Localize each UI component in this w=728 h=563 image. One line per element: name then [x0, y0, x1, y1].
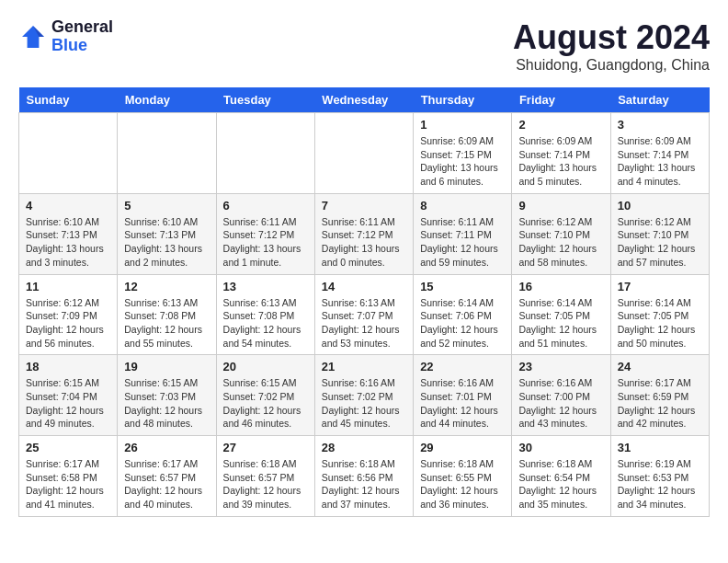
day-number: 27 [223, 441, 308, 454]
day-info: Sunrise: 6:18 AM Sunset: 6:55 PM Dayligh… [420, 457, 505, 511]
calendar-cell: 10Sunrise: 6:12 AM Sunset: 7:10 PM Dayli… [610, 193, 709, 274]
day-info: Sunrise: 6:12 AM Sunset: 7:09 PM Dayligh… [26, 296, 110, 350]
calendar-cell: 9Sunrise: 6:12 AM Sunset: 7:10 PM Daylig… [512, 193, 610, 274]
day-number: 3 [618, 118, 702, 132]
day-info: Sunrise: 6:11 AM Sunset: 7:12 PM Dayligh… [322, 215, 406, 270]
day-info: Sunrise: 6:17 AM Sunset: 6:57 PM Dayligh… [124, 457, 209, 511]
calendar-cell [314, 113, 413, 194]
day-number: 28 [322, 441, 406, 454]
calendar-cell: 21Sunrise: 6:16 AM Sunset: 7:02 PM Dayli… [314, 355, 413, 436]
day-info: Sunrise: 6:14 AM Sunset: 7:05 PM Dayligh… [618, 296, 702, 350]
day-info: Sunrise: 6:09 AM Sunset: 7:14 PM Dayligh… [518, 134, 603, 189]
day-number: 22 [420, 360, 505, 373]
calendar-cell: 22Sunrise: 6:16 AM Sunset: 7:01 PM Dayli… [414, 355, 512, 436]
calendar-cell: 4Sunrise: 6:10 AM Sunset: 7:13 PM Daylig… [19, 193, 118, 274]
day-number: 24 [618, 360, 702, 373]
calendar-cell: 8Sunrise: 6:11 AM Sunset: 7:11 PM Daylig… [414, 193, 512, 274]
calendar-cell: 26Sunrise: 6:17 AM Sunset: 6:57 PM Dayli… [118, 436, 216, 517]
day-number: 7 [322, 199, 406, 213]
calendar-week-row: 25Sunrise: 6:17 AM Sunset: 6:58 PM Dayli… [19, 436, 710, 517]
calendar-week-row: 4Sunrise: 6:10 AM Sunset: 7:13 PM Daylig… [19, 193, 710, 274]
day-info: Sunrise: 6:15 AM Sunset: 7:03 PM Dayligh… [124, 376, 209, 431]
day-number: 21 [322, 360, 406, 373]
day-info: Sunrise: 6:14 AM Sunset: 7:05 PM Dayligh… [518, 296, 603, 350]
calendar-cell: 20Sunrise: 6:15 AM Sunset: 7:02 PM Dayli… [216, 355, 314, 436]
calendar-cell [216, 113, 314, 194]
month-year-title: August 2024 [513, 18, 710, 57]
day-number: 6 [223, 199, 308, 213]
day-number: 17 [618, 280, 702, 293]
day-number: 9 [518, 199, 603, 213]
day-info: Sunrise: 6:16 AM Sunset: 7:00 PM Dayligh… [518, 376, 603, 431]
calendar-cell: 18Sunrise: 6:15 AM Sunset: 7:04 PM Dayli… [19, 355, 118, 436]
day-number: 8 [420, 199, 505, 213]
logo: General Blue [18, 18, 113, 55]
day-number: 5 [124, 199, 209, 213]
calendar-week-row: 18Sunrise: 6:15 AM Sunset: 7:04 PM Dayli… [19, 355, 710, 436]
day-info: Sunrise: 6:15 AM Sunset: 7:04 PM Dayligh… [26, 376, 110, 431]
title-block: August 2024 Shuidong, Guangdong, China [513, 18, 710, 74]
day-number: 18 [26, 360, 110, 373]
day-info: Sunrise: 6:11 AM Sunset: 7:11 PM Dayligh… [420, 215, 505, 270]
calendar-cell: 16Sunrise: 6:14 AM Sunset: 7:05 PM Dayli… [512, 274, 610, 355]
day-info: Sunrise: 6:09 AM Sunset: 7:15 PM Dayligh… [420, 134, 505, 189]
calendar-week-row: 11Sunrise: 6:12 AM Sunset: 7:09 PM Dayli… [19, 274, 710, 355]
weekday-header: Thursday [414, 87, 512, 113]
calendar-cell: 5Sunrise: 6:10 AM Sunset: 7:13 PM Daylig… [118, 193, 216, 274]
day-info: Sunrise: 6:18 AM Sunset: 6:54 PM Dayligh… [518, 457, 603, 511]
day-number: 1 [420, 118, 505, 132]
day-number: 29 [420, 441, 505, 454]
day-info: Sunrise: 6:17 AM Sunset: 6:58 PM Dayligh… [26, 457, 110, 511]
calendar-cell: 28Sunrise: 6:18 AM Sunset: 6:56 PM Dayli… [314, 436, 413, 517]
day-number: 26 [124, 441, 209, 454]
day-info: Sunrise: 6:09 AM Sunset: 7:14 PM Dayligh… [618, 134, 702, 189]
day-info: Sunrise: 6:10 AM Sunset: 7:13 PM Dayligh… [124, 215, 209, 270]
calendar-cell: 23Sunrise: 6:16 AM Sunset: 7:00 PM Dayli… [512, 355, 610, 436]
calendar-cell: 2Sunrise: 6:09 AM Sunset: 7:14 PM Daylig… [512, 113, 610, 194]
day-info: Sunrise: 6:14 AM Sunset: 7:06 PM Dayligh… [420, 296, 505, 350]
location-subtitle: Shuidong, Guangdong, China [513, 57, 710, 74]
day-info: Sunrise: 6:15 AM Sunset: 7:02 PM Dayligh… [223, 376, 308, 431]
calendar-cell: 14Sunrise: 6:13 AM Sunset: 7:07 PM Dayli… [314, 274, 413, 355]
calendar-cell: 30Sunrise: 6:18 AM Sunset: 6:54 PM Dayli… [512, 436, 610, 517]
logo-text: General Blue [51, 18, 113, 55]
calendar-week-row: 1Sunrise: 6:09 AM Sunset: 7:15 PM Daylig… [19, 113, 710, 194]
calendar-cell: 1Sunrise: 6:09 AM Sunset: 7:15 PM Daylig… [414, 113, 512, 194]
calendar-cell: 11Sunrise: 6:12 AM Sunset: 7:09 PM Dayli… [19, 274, 118, 355]
day-info: Sunrise: 6:17 AM Sunset: 6:59 PM Dayligh… [618, 376, 702, 431]
page-header: General Blue August 2024 Shuidong, Guang… [18, 18, 710, 74]
day-info: Sunrise: 6:19 AM Sunset: 6:53 PM Dayligh… [618, 457, 702, 511]
day-info: Sunrise: 6:18 AM Sunset: 6:56 PM Dayligh… [322, 457, 406, 511]
calendar-cell: 3Sunrise: 6:09 AM Sunset: 7:14 PM Daylig… [610, 113, 709, 194]
calendar-cell: 12Sunrise: 6:13 AM Sunset: 7:08 PM Dayli… [118, 274, 216, 355]
day-info: Sunrise: 6:12 AM Sunset: 7:10 PM Dayligh… [518, 215, 603, 270]
day-info: Sunrise: 6:13 AM Sunset: 7:07 PM Dayligh… [322, 296, 406, 350]
day-number: 16 [518, 280, 603, 293]
day-info: Sunrise: 6:10 AM Sunset: 7:13 PM Dayligh… [26, 215, 110, 270]
weekday-header: Saturday [610, 87, 709, 113]
day-info: Sunrise: 6:13 AM Sunset: 7:08 PM Dayligh… [124, 296, 209, 350]
day-number: 4 [26, 199, 110, 213]
weekday-header: Monday [118, 87, 216, 113]
weekday-header: Tuesday [216, 87, 314, 113]
calendar-cell: 6Sunrise: 6:11 AM Sunset: 7:12 PM Daylig… [216, 193, 314, 274]
calendar-cell: 31Sunrise: 6:19 AM Sunset: 6:53 PM Dayli… [610, 436, 709, 517]
calendar-cell [19, 113, 118, 194]
day-number: 10 [618, 199, 702, 213]
day-number: 12 [124, 280, 209, 293]
day-info: Sunrise: 6:18 AM Sunset: 6:57 PM Dayligh… [223, 457, 308, 511]
day-number: 11 [26, 280, 110, 293]
calendar-cell: 29Sunrise: 6:18 AM Sunset: 6:55 PM Dayli… [414, 436, 512, 517]
calendar-cell: 19Sunrise: 6:15 AM Sunset: 7:03 PM Dayli… [118, 355, 216, 436]
day-number: 31 [618, 441, 702, 454]
day-number: 2 [518, 118, 603, 132]
day-number: 23 [518, 360, 603, 373]
calendar-cell: 13Sunrise: 6:13 AM Sunset: 7:08 PM Dayli… [216, 274, 314, 355]
weekday-header: Sunday [19, 87, 118, 113]
day-number: 15 [420, 280, 505, 293]
calendar-cell: 24Sunrise: 6:17 AM Sunset: 6:59 PM Dayli… [610, 355, 709, 436]
day-number: 20 [223, 360, 308, 373]
day-number: 30 [518, 441, 603, 454]
logo-icon [18, 22, 48, 52]
calendar-cell [118, 113, 216, 194]
